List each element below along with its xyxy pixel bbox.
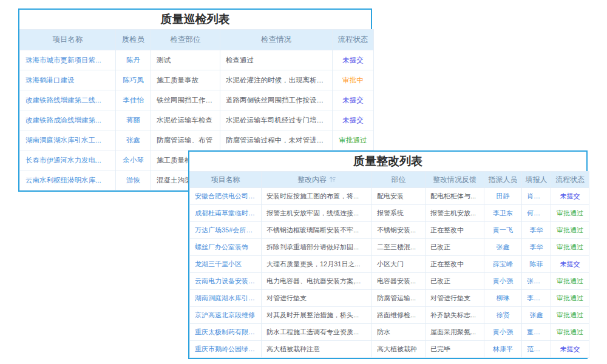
cell-project[interactable]: 云南水利枢纽潜明水库...: [20, 170, 116, 190]
cell-project[interactable]: 珠海鹤港口建设: [20, 70, 116, 90]
cell-assignee[interactable]: 黄小强: [484, 324, 522, 341]
cell-assignee[interactable]: 徐贤: [484, 307, 522, 324]
table-row[interactable]: 改建铁路成渝线增建第...蒋丽水泥砼运输车检查水泥砼运输车司机经过专门培训...…: [20, 110, 374, 130]
table-row[interactable]: 珠海鹤港口建设陈巧凤施工质量事故水泥砼灌注的时候，出现离析现象审批中: [20, 70, 374, 90]
cell-project[interactable]: 长春市伊通河水力发电...: [20, 150, 116, 170]
col-header-status: 流程状态: [551, 172, 589, 188]
cell-inspector[interactable]: 张鑫: [116, 130, 151, 150]
cell-project[interactable]: 改建铁路线增建第二线...: [20, 90, 116, 110]
cell-project[interactable]: 万达广场35#会所及咖啡厅空...: [190, 222, 262, 239]
cell-content: 不锈钢边框玻璃隔断安装不牢...: [262, 222, 372, 239]
cell-project[interactable]: 改建铁路成渝线增建第...: [20, 110, 116, 130]
table-row[interactable]: 云南电力设备安装有限公司20...电力电容器、电抗器安装方案,...电容器安装.…: [190, 273, 589, 290]
table-row[interactable]: 京沪高速北京段维修对其及时开展整治措施，桥头...路面维修检...补齐缺失标志.…: [190, 307, 589, 324]
cell-assignee[interactable]: 田静: [484, 188, 522, 205]
cell-feedback: 已改正: [426, 273, 484, 290]
cell-content: 电力电容器、电抗器安装方案,...: [262, 273, 372, 290]
cell-inspector[interactable]: 余小琴: [116, 150, 151, 170]
col-header-label: 流程状态: [338, 35, 368, 44]
cell-content: 大理石质量更换，12月31日之...: [262, 256, 372, 273]
cell-reporter[interactable]: 李华: [522, 239, 551, 256]
cell-status: 审批通过: [551, 205, 589, 222]
cell-project[interactable]: 龙湖三千里小区: [190, 256, 262, 273]
cell-assignee[interactable]: 柳琳: [484, 290, 522, 307]
cell-content: 报警主机安放牢固，线缆连接...: [262, 205, 372, 222]
cell-reporter[interactable]: 张鑫: [522, 307, 551, 324]
table-row[interactable]: 成都杜甫草堂临时展厅独立展...报警主机安放牢固，线缆连接...报警系统报警主机…: [190, 205, 589, 222]
cell-project[interactable]: 重庆太极制药有限公司亳州中...: [190, 324, 262, 341]
table-row[interactable]: 改建铁路线增建第二线...李佳怡铁丝网围挡工作检查道路两侧铁丝网围挡工作按设计.…: [20, 90, 374, 110]
cell-part: 路面维修检...: [372, 307, 426, 324]
cell-status: 未提交: [333, 90, 374, 110]
cell-feedback: 已完毕: [426, 341, 484, 358]
col-header-label: 指派人员: [489, 175, 518, 184]
cell-part: 防腐管运输...: [372, 290, 426, 307]
cell-content: 对管进行垫支: [262, 290, 372, 307]
header-row: 项目名称质检员检查部位检查情况流程状态: [20, 30, 374, 50]
cell-project[interactable]: 珠海市城市更新项目紫...: [20, 50, 116, 70]
col-header-project: 项目名称: [190, 172, 262, 188]
cell-inspector[interactable]: 陈巧凤: [116, 70, 151, 90]
cell-reporter[interactable]: 董清平: [522, 324, 551, 341]
cell-status: 未提交: [551, 341, 589, 358]
table-row[interactable]: 万达广场35#会所及咖啡厅空...不锈钢边框玻璃隔断安装不牢...不锈钢安装..…: [190, 222, 589, 239]
cell-reporter[interactable]: 何芷菡: [522, 205, 551, 222]
cell-assignee[interactable]: 张鑫: [484, 239, 522, 256]
cell-assignee[interactable]: 林康平: [484, 341, 522, 358]
cell-inspector[interactable]: 陈丹: [116, 50, 151, 70]
cell-assignee[interactable]: 薛宝峰: [484, 256, 522, 273]
col-header-reporter: 填报人: [522, 172, 551, 188]
cell-content: 安装时应按施工图的布置，将...: [262, 188, 372, 205]
table-row[interactable]: 湖南洞庭湖水库引水工程施工I标对管进行垫支防腐管运输...对管进行垫支柳琳李若若…: [190, 290, 589, 307]
cell-content: 拆除到承重墙部分请做好加固...: [262, 239, 372, 256]
cell-reporter[interactable]: 范思哲: [522, 341, 551, 358]
cell-reporter[interactable]: 李若若: [522, 290, 551, 307]
table-row[interactable]: 珠海市城市更新项目紫...陈丹测试检查通过未提交: [20, 50, 374, 70]
col-header-content[interactable]: 整改内容: [262, 172, 372, 188]
cell-project[interactable]: 京沪高速北京段维修: [190, 307, 262, 324]
cell-reporter[interactable]: 陈菲: [522, 256, 551, 273]
col-header-part: 部位: [372, 172, 426, 188]
table-row[interactable]: 湖南洞庭湖水库引水工...张鑫防腐管运输、布管防腐管运输过程中，未对管进行...…: [20, 130, 374, 150]
cell-part: 二至三楼混...: [372, 239, 426, 256]
cell-inspector[interactable]: 蒋丽: [116, 110, 151, 130]
cell-feedback: 正在整改中: [426, 256, 484, 273]
col-header-assignee: 指派人员: [484, 172, 522, 188]
col-header-label: 整改内容: [297, 175, 327, 184]
table-row[interactable]: 螺丝厂办公室装饰拆除到承重墙部分请做好加固...二至三楼混...已改正张鑫李华审…: [190, 239, 589, 256]
cell-inspector[interactable]: 游恢: [116, 170, 151, 190]
cell-project[interactable]: 重庆市鹅岭公园绿化景观提升...: [190, 341, 262, 358]
cell-part: 水泥砼运输车检查: [151, 110, 220, 130]
cell-feedback: 报警主机安放...: [426, 205, 484, 222]
cell-inspector[interactable]: 李佳怡: [116, 90, 151, 110]
cell-assignee[interactable]: 黄一飞: [484, 222, 522, 239]
cell-status: 未提交: [333, 110, 374, 130]
cell-feedback: 已改正: [426, 239, 484, 256]
table-row[interactable]: 龙湖三千里小区大理石质量更换，12月31日之...小区大门正在整改中薛宝峰陈菲未…: [190, 256, 589, 273]
cell-part: 电容器安装...: [372, 273, 426, 290]
cell-situation: 检查通过: [220, 50, 333, 70]
cell-reporter[interactable]: 张小东: [522, 273, 551, 290]
cell-assignee[interactable]: 黄小强: [484, 273, 522, 290]
col-header-inspector: 质检员: [116, 30, 151, 50]
cell-project[interactable]: 成都杜甫草堂临时展厅独立展...: [190, 205, 262, 222]
cell-reporter[interactable]: 肖亚军: [522, 188, 551, 205]
cell-project[interactable]: 湖南洞庭湖水库引水工...: [20, 130, 116, 150]
cell-content: 高大植被栽种注意: [262, 341, 372, 358]
cell-project[interactable]: 湖南洞庭湖水库引水工程施工I标: [190, 290, 262, 307]
col-header-label: 项目名称: [211, 175, 240, 184]
cell-part: 测试: [151, 50, 220, 70]
cell-reporter[interactable]: 李华: [522, 222, 551, 239]
cell-project[interactable]: 云南电力设备安装有限公司20...: [190, 273, 262, 290]
cell-project[interactable]: 螺丝厂办公室装饰: [190, 239, 262, 256]
table-row[interactable]: 安徽合肥供电公司--配电设备...安装时应按施工图的布置，将...配电安装配电柜…: [190, 188, 589, 205]
col-header-label: 部位: [392, 175, 406, 184]
table-row[interactable]: 重庆市鹅岭公园绿化景观提升...高大植被栽种注意高大植被栽种已完毕林康平范思哲未…: [190, 341, 589, 358]
cell-feedback: 补齐缺失标志...: [426, 307, 484, 324]
sort-ascending-icon[interactable]: [329, 176, 336, 183]
cell-part: 铁丝网围挡工作检查: [151, 90, 220, 110]
cell-assignee[interactable]: 李卫东: [484, 205, 522, 222]
cell-project[interactable]: 安徽合肥供电公司--配电设备...: [190, 188, 262, 205]
table-row[interactable]: 重庆太极制药有限公司亳州中...防水工程施工选调有专业资质...防水屋面采用聚氨…: [190, 324, 589, 341]
cell-situation: 水泥砼灌注的时候，出现离析现象: [220, 70, 333, 90]
